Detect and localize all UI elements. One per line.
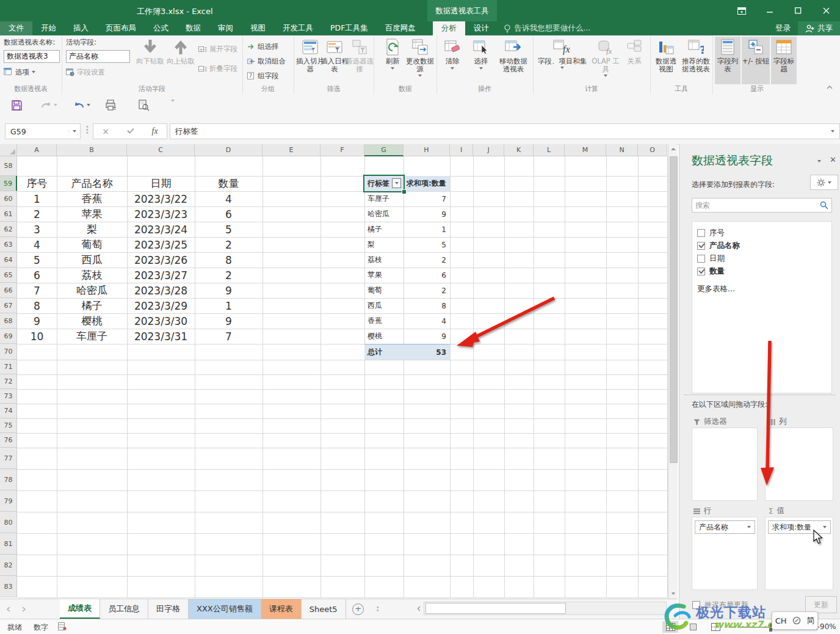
sheet-nav-right-icon[interactable]	[16, 599, 32, 619]
defer-layout-update[interactable]: 推迟布局更新	[692, 600, 748, 610]
cell-B66[interactable]: 哈密瓜	[57, 283, 127, 298]
row-header-67[interactable]: 67	[0, 298, 17, 313]
cell-D65[interactable]: 2	[195, 268, 262, 283]
sheet-tab-xxx-sales[interactable]: XXX公司销售额	[189, 599, 261, 619]
checkbox-riqi[interactable]	[697, 255, 705, 263]
filters-area-box[interactable]	[692, 428, 758, 501]
minimize-button[interactable]	[756, 0, 784, 21]
cell-B69[interactable]: 车厘子	[57, 329, 127, 344]
tab-view[interactable]: 视图	[242, 21, 274, 35]
field-item-chanpinmingcheng[interactable]: 产品名称	[697, 241, 740, 251]
cell-C65[interactable]: 2023/3/27	[127, 268, 195, 283]
plus-minus-buttons-toggle[interactable]: +/- 按钮	[742, 37, 770, 84]
update-button[interactable]: 更新	[805, 596, 837, 613]
column-header-C[interactable]: C	[127, 144, 195, 156]
formula-bar-splitter[interactable]: •••	[85, 125, 89, 134]
column-header-L[interactable]: L	[534, 144, 565, 156]
pane-options-icon[interactable]	[817, 155, 821, 164]
sheet-tab-kechengbiao[interactable]: 课程表	[261, 599, 302, 619]
normal-view-icon[interactable]	[662, 621, 678, 633]
cell-D69[interactable]: 7	[195, 329, 262, 344]
cell-D61[interactable]: 6	[195, 206, 262, 222]
formula-bar-expand-icon[interactable]	[826, 130, 839, 133]
row-header-60[interactable]: 60	[0, 191, 17, 206]
name-box[interactable]: G59	[5, 123, 81, 139]
close-button[interactable]	[812, 0, 840, 21]
change-data-source-button[interactable]: 更改数据源	[404, 37, 436, 84]
cell-B62[interactable]: 梨	[57, 222, 127, 237]
scroll-right-icon[interactable]	[667, 606, 676, 611]
cell-C59[interactable]: 日期	[127, 176, 195, 191]
tab-formulas[interactable]: 公式	[145, 21, 177, 35]
qat-customize-button[interactable]	[171, 100, 175, 102]
pivot-row-label-67[interactable]: 西瓜	[364, 298, 404, 313]
cell-A67[interactable]: 8	[17, 298, 57, 313]
pivot-row-value-65[interactable]: 6	[404, 268, 450, 283]
tab-review[interactable]: 审阅	[209, 21, 242, 35]
defer-update-checkbox[interactable]	[692, 601, 700, 609]
cell-D60[interactable]: 4	[195, 191, 262, 206]
group-selection-button[interactable]: 组选择	[247, 40, 279, 53]
pivot-name-input[interactable]: 数据透视表3	[4, 50, 60, 63]
cell-A60[interactable]: 1	[17, 191, 57, 206]
active-field-input[interactable]: 产品名称	[66, 50, 130, 63]
row-header-77[interactable]: 77	[0, 448, 17, 469]
sheet-tab-sheet5[interactable]: Sheet5	[302, 599, 346, 619]
cell-C67[interactable]: 2023/3/29	[127, 298, 195, 313]
row-header-76[interactable]: 76	[0, 433, 17, 448]
row-header-78[interactable]: 78	[0, 469, 17, 490]
pivot-row-label-62[interactable]: 橘子	[364, 222, 404, 237]
pivot-row-value-67[interactable]: 8	[404, 298, 450, 313]
formula-input[interactable]: 行标签	[170, 123, 840, 139]
olap-tools-button[interactable]: fx OLAP 工具	[589, 37, 622, 84]
checkbox-shuliang[interactable]	[697, 268, 705, 275]
cell-D63[interactable]: 2	[195, 237, 262, 252]
pivot-row-value-62[interactable]: 1	[404, 222, 450, 237]
row-header-82[interactable]: 82	[0, 555, 17, 576]
pivot-header-values[interactable]: 求和项:数量	[404, 176, 450, 191]
tab-file[interactable]: 文件	[0, 21, 32, 35]
field-item-xuhao[interactable]: 序号	[697, 228, 725, 238]
cell-A59[interactable]: 序号	[17, 176, 57, 191]
scroll-down-icon[interactable]	[668, 589, 678, 599]
field-list-toggle[interactable]: 字段列表	[715, 37, 740, 84]
cell-D64[interactable]: 8	[195, 252, 262, 268]
pivot-row-value-68[interactable]: 4	[404, 313, 450, 329]
tab-analyze[interactable]: 分析	[433, 21, 465, 35]
rows-field-pill[interactable]: 产品名称	[695, 520, 755, 534]
ungroup-button[interactable]: 取消组合	[247, 55, 286, 67]
print-preview-button[interactable]	[138, 100, 150, 111]
refresh-button[interactable]: 刷新	[378, 37, 407, 84]
cell-B61[interactable]: 苹果	[57, 206, 127, 222]
sign-in-button[interactable]: 登录	[768, 21, 798, 35]
relationships-button[interactable]: 关系	[622, 37, 646, 84]
row-header-70[interactable]: 70	[0, 344, 17, 360]
enter-icon[interactable]	[127, 127, 134, 136]
field-search-input[interactable]: 搜索	[692, 198, 832, 213]
row-header-61[interactable]: 61	[0, 206, 17, 222]
pivot-row-value-64[interactable]: 2	[404, 252, 450, 268]
row-header-64[interactable]: 64	[0, 252, 17, 268]
row-header-75[interactable]: 75	[0, 418, 17, 433]
column-header-I[interactable]: I	[450, 144, 473, 156]
cell-D62[interactable]: 5	[195, 222, 262, 237]
share-button[interactable]: 共享	[798, 21, 840, 35]
cell-A63[interactable]: 4	[17, 237, 57, 252]
cell-C62[interactable]: 2023/3/24	[127, 222, 195, 237]
page-layout-view-icon[interactable]	[685, 621, 701, 633]
cell-B60[interactable]: 香蕉	[57, 191, 127, 206]
cell-C68[interactable]: 2023/3/30	[127, 313, 195, 329]
cell-B59[interactable]: 产品名称	[57, 176, 127, 191]
tab-pdf-tools[interactable]: PDF工具集	[322, 21, 377, 35]
pane-close-icon[interactable]: ✕	[830, 155, 836, 164]
pivotchart-button[interactable]: 数据透视图	[653, 37, 679, 84]
options-button[interactable]: 选项	[4, 66, 35, 78]
column-header-E[interactable]: E	[262, 144, 320, 156]
vertical-scrollbar[interactable]	[668, 144, 678, 599]
sheet-tab-chengjibiao[interactable]: 成绩表	[60, 599, 100, 619]
sheet-tab-tianzige[interactable]: 田字格	[148, 599, 189, 619]
tab-baidu-netdisk[interactable]: 百度网盘	[377, 21, 424, 35]
cell-D67[interactable]: 1	[195, 298, 262, 313]
row-header-71[interactable]: 71	[0, 360, 17, 374]
expand-field-button[interactable]: + 展开字段	[198, 43, 237, 55]
